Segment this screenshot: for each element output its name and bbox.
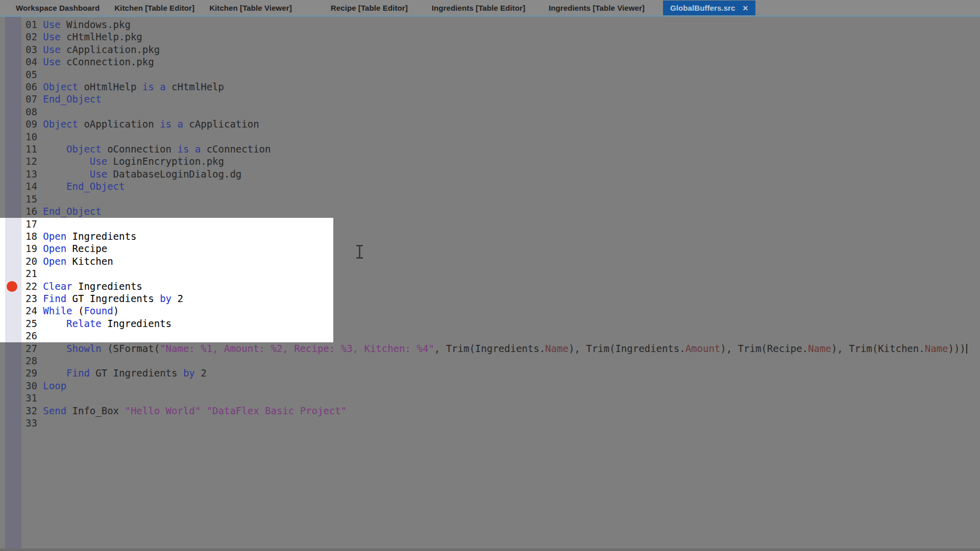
line-number: 08 [26,106,43,117]
code-line-10[interactable]: 10 [0,131,980,143]
code-token: cHtmlHelp [166,81,224,92]
line-number: 13 [26,168,43,180]
tab-label: Workspace Dashboard [16,4,100,12]
code-token: Amount [685,343,721,354]
tab-kitchen-table-viewer[interactable]: Kitchen [Table Viewer] [208,0,293,15]
code-token: Clear [43,281,72,292]
code-line-03[interactable]: 03 Use cApplication.pkg [0,43,980,56]
code-line-22[interactable]: 22 Clear Ingredients [0,280,980,292]
code-line-19[interactable]: 19 Open Recipe [0,242,980,255]
code-line-17[interactable]: 17 [0,218,980,230]
code-token: Find [43,293,66,304]
code-line-24[interactable]: 24 While (Found) [0,305,980,317]
code-line-15[interactable]: 15 [0,193,980,205]
code-line-23[interactable]: 23 Find GT Ingredients by 2 [0,292,980,305]
code-token: Open [43,256,66,267]
line-number: 32 [26,405,43,416]
code-line-07[interactable]: 07 End_Object [0,93,980,105]
code-token: by [183,367,195,379]
code-line-14[interactable]: 14 End_Object [0,180,980,192]
code-token: by [160,293,172,304]
code-line-27[interactable]: 27 Showln (SFormat("Name: %1, Amount: %2… [0,342,980,355]
code-line-12[interactable]: 12 Use LoginEncryption.pkg [0,155,980,167]
code-token: DatabaseLoginDialog.dg [107,168,241,180]
code-token: Send [43,405,66,416]
line-number: 17 [26,218,43,230]
code-line-09[interactable]: 09 Object oApplication is a cApplication [0,118,980,130]
code-token [43,181,66,192]
code-token: (SFormat( [102,343,160,354]
tab-recipe-table-editor[interactable]: Recipe [Table Editor] [330,0,409,15]
line-number: 01 [26,19,43,30]
line-number: 02 [26,31,43,42]
code-token: Ingredients [66,231,136,242]
code-token: LoginEncryption.pkg [107,156,224,167]
text-caret [966,344,967,354]
line-number: 15 [26,193,43,205]
code-line-18[interactable]: 18 Open Ingredients [0,230,980,242]
code-line-32[interactable]: 32 Send Info_Box "Hello World" "DataFlex… [0,405,980,417]
code-token: Showln [66,343,102,354]
code-token: End_Object [66,181,125,192]
code-line-16[interactable]: 16 End_Object [0,205,980,217]
tab-ingredients-table-editor[interactable]: Ingredients [Table Editor] [431,0,526,15]
code-line-11[interactable]: 11 Object oConnection is a cConnection [0,143,980,155]
code-line-05[interactable]: 05 [0,68,980,81]
code-line-01[interactable]: 01 Use Windows.pkg [0,18,980,31]
code-token: cHtmlHelp.pkg [61,31,142,42]
code-line-08[interactable]: 08 [0,106,980,118]
code-token: Use [43,31,60,42]
code-token: cApplication.pkg [61,44,160,55]
line-number: 29 [26,367,43,379]
tab-ingredients-table-viewer[interactable]: Ingredients [Table Viewer] [548,0,646,15]
code-token: cApplication [183,118,259,130]
tab-workspace-dashboard[interactable]: Workspace Dashboard [15,0,101,15]
code-token: Info_Box [66,405,125,416]
tab-label: GlobalBuffers.src [670,4,736,12]
tab-label: Ingredients [Table Editor] [432,4,525,12]
tab-close-icon[interactable]: ✕ [743,4,749,12]
line-number: 07 [26,93,43,105]
code-token: GT Ingredients [90,367,183,379]
code-token [43,168,90,180]
code-token: End_Object [43,206,101,217]
code-token: Object [43,81,78,92]
code-editor[interactable]: 01 Use Windows.pkg02 Use cHtmlHelp.pkg03… [0,17,980,551]
code-line-13[interactable]: 13 Use DatabaseLoginDialog.dg [0,168,980,180]
code-line-04[interactable]: 04 Use cConnection.pkg [0,56,980,68]
code-line-25[interactable]: 25 Relate Ingredients [0,317,980,330]
line-number: 22 [26,281,43,292]
code-token [43,156,90,167]
code-token: ))) [948,343,965,354]
code-token: Name [925,343,948,354]
code-line-29[interactable]: 29 Find GT Ingredients by 2 [0,367,980,379]
code-line-02[interactable]: 02 Use cHtmlHelp.pkg [0,31,980,43]
code-token: "DataFlex Basic Project" [207,405,347,416]
code-token: "Name: %1, Amount: %2, Recipe: %3, Kitch… [160,343,434,354]
code-line-28[interactable]: 28 [0,355,980,367]
line-number: 23 [26,293,43,304]
code-line-06[interactable]: 06 Object oHtmlHelp is a cHtmlHelp [0,81,980,93]
code-token: Loop [43,380,66,391]
bottom-edge-divider [0,548,980,551]
line-number: 03 [26,44,43,55]
line-number: 04 [26,56,43,67]
line-number: 19 [26,243,43,254]
code-token: , Trim(Ingredients. [434,343,545,354]
code-line-26[interactable]: 26 [0,330,980,342]
code-token: is a [142,81,166,92]
code-token: Use [90,168,107,180]
code-line-21[interactable]: 21 [0,267,980,280]
code-token: Use [90,156,107,167]
code-line-20[interactable]: 20 Open Kitchen [0,255,980,267]
code-line-33[interactable]: 33 [0,417,980,429]
code-token: Object [66,143,102,155]
code-line-31[interactable]: 31 [0,392,980,404]
tab-globalbuffers.src[interactable]: GlobalBuffers.src✕ [663,1,755,15]
tab-bar: Workspace DashboardKitchen [Table Editor… [0,0,980,15]
tab-kitchen-table-editor[interactable]: Kitchen [Table Editor] [113,0,195,15]
line-number: 31 [26,392,43,404]
code-line-30[interactable]: 30 Loop [0,380,980,392]
line-number: 20 [26,256,43,267]
code-token: oHtmlHelp [78,81,142,92]
